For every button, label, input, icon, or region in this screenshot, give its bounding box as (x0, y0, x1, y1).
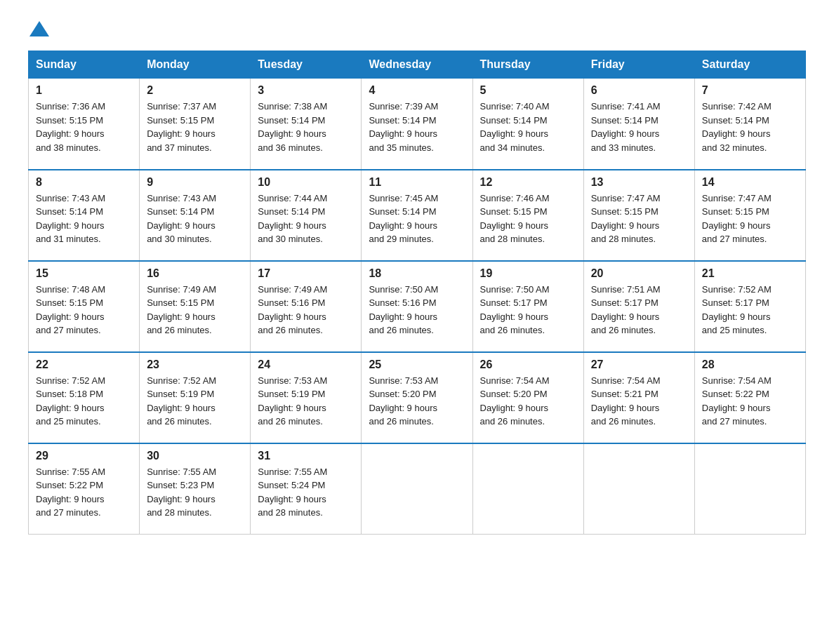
day-info: Sunrise: 7:39 AMSunset: 5:14 PMDaylight:… (369, 100, 465, 154)
day-info: Sunrise: 7:52 AMSunset: 5:19 PMDaylight:… (147, 374, 243, 429)
day-number: 18 (369, 267, 465, 280)
day-number: 6 (591, 84, 687, 97)
day-number: 25 (369, 358, 465, 371)
day-number: 13 (591, 176, 687, 189)
day-number: 9 (147, 176, 243, 189)
calendar-cell: 1Sunrise: 7:36 AMSunset: 5:15 PMDaylight… (29, 79, 140, 170)
day-info: Sunrise: 7:47 AMSunset: 5:15 PMDaylight:… (591, 192, 687, 246)
day-info: Sunrise: 7:54 AMSunset: 5:20 PMDaylight:… (480, 374, 576, 429)
calendar-cell: 19Sunrise: 7:50 AMSunset: 5:17 PMDayligh… (472, 261, 583, 352)
day-number: 4 (369, 84, 465, 97)
day-number: 3 (258, 84, 354, 97)
calendar-cell: 18Sunrise: 7:50 AMSunset: 5:16 PMDayligh… (362, 261, 472, 352)
day-info: Sunrise: 7:53 AMSunset: 5:19 PMDaylight:… (258, 374, 354, 429)
day-number: 24 (258, 358, 354, 371)
day-info: Sunrise: 7:40 AMSunset: 5:14 PMDaylight:… (480, 100, 576, 154)
calendar-cell: 21Sunrise: 7:52 AMSunset: 5:17 PMDayligh… (694, 261, 805, 352)
calendar-table: SundayMondayTuesdayWednesdayThursdayFrid… (28, 51, 806, 535)
day-info: Sunrise: 7:49 AMSunset: 5:15 PMDaylight:… (147, 283, 243, 337)
calendar-week-row: 8Sunrise: 7:43 AMSunset: 5:14 PMDaylight… (29, 170, 806, 261)
day-info: Sunrise: 7:36 AMSunset: 5:15 PMDaylight:… (36, 100, 132, 154)
calendar-cell: 6Sunrise: 7:41 AMSunset: 5:14 PMDaylight… (583, 79, 694, 170)
day-number: 27 (591, 358, 687, 371)
calendar-cell: 24Sunrise: 7:53 AMSunset: 5:19 PMDayligh… (251, 352, 362, 443)
calendar-cell: 26Sunrise: 7:54 AMSunset: 5:20 PMDayligh… (472, 352, 583, 443)
day-info: Sunrise: 7:47 AMSunset: 5:15 PMDaylight:… (702, 192, 798, 246)
calendar-week-row: 15Sunrise: 7:48 AMSunset: 5:15 PMDayligh… (29, 261, 806, 352)
calendar-cell: 5Sunrise: 7:40 AMSunset: 5:14 PMDaylight… (472, 79, 583, 170)
day-number: 5 (480, 84, 576, 97)
day-number: 23 (147, 358, 243, 371)
day-number: 2 (147, 84, 243, 97)
day-info: Sunrise: 7:53 AMSunset: 5:20 PMDaylight:… (369, 374, 465, 429)
day-number: 8 (36, 176, 132, 189)
day-number: 21 (702, 267, 798, 280)
day-info: Sunrise: 7:48 AMSunset: 5:15 PMDaylight:… (36, 283, 132, 337)
logo-triangle-icon (29, 21, 49, 36)
calendar-cell: 30Sunrise: 7:55 AMSunset: 5:23 PMDayligh… (140, 443, 251, 535)
day-info: Sunrise: 7:52 AMSunset: 5:17 PMDaylight:… (702, 283, 798, 337)
calendar-cell: 9Sunrise: 7:43 AMSunset: 5:14 PMDaylight… (140, 170, 251, 261)
calendar-week-row: 1Sunrise: 7:36 AMSunset: 5:15 PMDaylight… (29, 79, 806, 170)
calendar-cell: 4Sunrise: 7:39 AMSunset: 5:14 PMDaylight… (362, 79, 472, 170)
day-info: Sunrise: 7:50 AMSunset: 5:16 PMDaylight:… (369, 283, 465, 337)
day-info: Sunrise: 7:49 AMSunset: 5:16 PMDaylight:… (258, 283, 354, 337)
day-number: 26 (480, 358, 576, 371)
col-header-friday: Friday (583, 51, 694, 79)
day-number: 1 (36, 84, 132, 97)
calendar-cell: 2Sunrise: 7:37 AMSunset: 5:15 PMDaylight… (140, 79, 251, 170)
day-number: 16 (147, 267, 243, 280)
calendar-cell: 7Sunrise: 7:42 AMSunset: 5:14 PMDaylight… (694, 79, 805, 170)
calendar-cell: 20Sunrise: 7:51 AMSunset: 5:17 PMDayligh… (583, 261, 694, 352)
day-info: Sunrise: 7:38 AMSunset: 5:14 PMDaylight:… (258, 100, 354, 154)
calendar-cell (472, 443, 583, 535)
col-header-tuesday: Tuesday (251, 51, 362, 79)
day-number: 10 (258, 176, 354, 189)
calendar-cell: 27Sunrise: 7:54 AMSunset: 5:21 PMDayligh… (583, 352, 694, 443)
day-info: Sunrise: 7:46 AMSunset: 5:15 PMDaylight:… (480, 192, 576, 246)
day-number: 17 (258, 267, 354, 280)
calendar-cell (362, 443, 472, 535)
day-info: Sunrise: 7:52 AMSunset: 5:18 PMDaylight:… (36, 374, 132, 429)
day-number: 29 (36, 450, 132, 462)
calendar-header-row: SundayMondayTuesdayWednesdayThursdayFrid… (29, 51, 806, 79)
col-header-saturday: Saturday (694, 51, 805, 79)
day-info: Sunrise: 7:43 AMSunset: 5:14 PMDaylight:… (147, 192, 243, 246)
calendar-cell: 3Sunrise: 7:38 AMSunset: 5:14 PMDaylight… (251, 79, 362, 170)
day-info: Sunrise: 7:42 AMSunset: 5:14 PMDaylight:… (702, 100, 798, 154)
calendar-cell: 11Sunrise: 7:45 AMSunset: 5:14 PMDayligh… (362, 170, 472, 261)
col-header-sunday: Sunday (29, 51, 140, 79)
calendar-cell: 15Sunrise: 7:48 AMSunset: 5:15 PMDayligh… (29, 261, 140, 352)
calendar-cell: 22Sunrise: 7:52 AMSunset: 5:18 PMDayligh… (29, 352, 140, 443)
day-number: 7 (702, 84, 798, 97)
day-info: Sunrise: 7:55 AMSunset: 5:22 PMDaylight:… (36, 465, 132, 520)
calendar-cell: 23Sunrise: 7:52 AMSunset: 5:19 PMDayligh… (140, 352, 251, 443)
calendar-cell: 31Sunrise: 7:55 AMSunset: 5:24 PMDayligh… (251, 443, 362, 535)
calendar-cell (583, 443, 694, 535)
day-info: Sunrise: 7:54 AMSunset: 5:21 PMDaylight:… (591, 374, 687, 429)
day-number: 15 (36, 267, 132, 280)
calendar-week-row: 22Sunrise: 7:52 AMSunset: 5:18 PMDayligh… (29, 352, 806, 443)
day-number: 19 (480, 267, 576, 280)
calendar-cell: 28Sunrise: 7:54 AMSunset: 5:22 PMDayligh… (694, 352, 805, 443)
day-number: 14 (702, 176, 798, 189)
day-info: Sunrise: 7:50 AMSunset: 5:17 PMDaylight:… (480, 283, 576, 337)
calendar-cell: 25Sunrise: 7:53 AMSunset: 5:20 PMDayligh… (362, 352, 472, 443)
day-number: 20 (591, 267, 687, 280)
day-info: Sunrise: 7:51 AMSunset: 5:17 PMDaylight:… (591, 283, 687, 337)
col-header-thursday: Thursday (472, 51, 583, 79)
day-info: Sunrise: 7:54 AMSunset: 5:22 PMDaylight:… (702, 374, 798, 429)
page-header (28, 21, 806, 38)
calendar-cell: 13Sunrise: 7:47 AMSunset: 5:15 PMDayligh… (583, 170, 694, 261)
calendar-cell: 14Sunrise: 7:47 AMSunset: 5:15 PMDayligh… (694, 170, 805, 261)
logo (28, 21, 51, 38)
calendar-cell: 12Sunrise: 7:46 AMSunset: 5:15 PMDayligh… (472, 170, 583, 261)
day-info: Sunrise: 7:37 AMSunset: 5:15 PMDaylight:… (147, 100, 243, 154)
col-header-monday: Monday (140, 51, 251, 79)
day-info: Sunrise: 7:45 AMSunset: 5:14 PMDaylight:… (369, 192, 465, 246)
day-number: 11 (369, 176, 465, 189)
day-number: 12 (480, 176, 576, 189)
day-info: Sunrise: 7:41 AMSunset: 5:14 PMDaylight:… (591, 100, 687, 154)
day-number: 28 (702, 358, 798, 371)
calendar-cell: 16Sunrise: 7:49 AMSunset: 5:15 PMDayligh… (140, 261, 251, 352)
